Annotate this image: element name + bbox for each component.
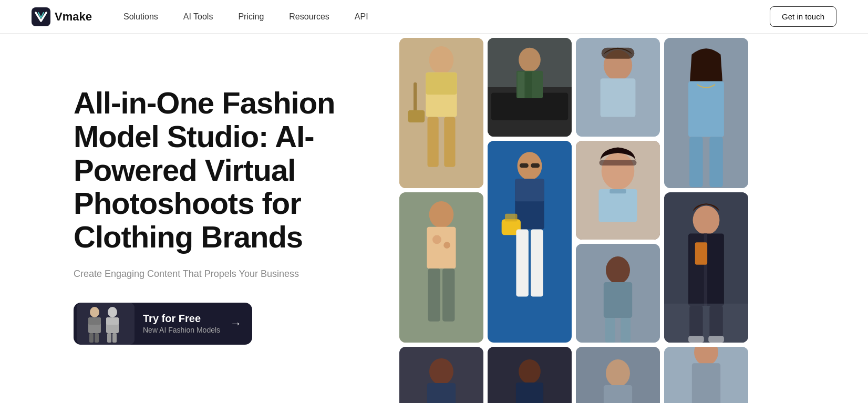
svg-rect-46	[505, 214, 517, 222]
svg-rect-42	[531, 163, 540, 168]
grid-photo-9	[576, 244, 660, 343]
svg-rect-44	[515, 179, 544, 202]
svg-rect-51	[516, 383, 543, 403]
svg-point-7	[108, 307, 117, 317]
svg-rect-77	[709, 137, 722, 187]
nav-resources[interactable]: Resources	[289, 12, 329, 22]
grid-photo-3	[399, 347, 483, 403]
svg-rect-4	[88, 317, 101, 325]
svg-rect-56	[601, 78, 636, 117]
grid-photo-12	[664, 192, 748, 343]
svg-rect-37	[518, 72, 524, 98]
grid-photo-11	[664, 38, 748, 188]
svg-rect-60	[599, 160, 636, 166]
grid-photo-7	[576, 38, 660, 137]
svg-point-2	[90, 307, 99, 317]
svg-rect-76	[689, 137, 702, 187]
svg-rect-26	[442, 268, 454, 322]
hero-subtitle: Create Engaging Content That Propels You…	[74, 268, 389, 280]
vmake-logo-icon	[32, 7, 50, 26]
svg-rect-6	[95, 333, 99, 343]
svg-rect-61	[598, 189, 637, 222]
grid-photo-4	[488, 38, 572, 137]
photo-grid	[395, 34, 868, 403]
nav-api[interactable]: API	[355, 12, 368, 22]
cta-secondary-label: New AI Fashion Models	[143, 326, 220, 334]
svg-rect-29	[427, 383, 456, 403]
svg-point-79	[693, 205, 720, 234]
grid-photo-6	[488, 347, 572, 403]
cta-models-image	[77, 303, 135, 345]
svg-point-64	[606, 256, 630, 284]
svg-rect-67	[621, 318, 631, 343]
logo-link[interactable]: Vmake	[32, 7, 92, 26]
svg-rect-19	[408, 110, 425, 122]
svg-rect-22	[427, 227, 456, 268]
svg-rect-17	[444, 117, 455, 167]
svg-rect-16	[428, 117, 439, 167]
cta-primary-label: Try for Free	[143, 313, 220, 325]
svg-rect-5	[89, 333, 94, 343]
svg-rect-10	[107, 333, 111, 343]
cta-arrow-icon: →	[230, 317, 242, 330]
grid-photo-10	[576, 347, 660, 403]
svg-rect-66	[605, 318, 615, 343]
grid-photo-8	[576, 141, 660, 240]
svg-rect-41	[520, 163, 529, 168]
grid-photo-13	[664, 347, 748, 403]
nav-pricing[interactable]: Pricing	[238, 12, 264, 22]
logo-text: Vmake	[55, 10, 92, 24]
hero-content: All-in-One Fashion Model Studio: AI-Powe…	[74, 34, 389, 347]
svg-point-23	[432, 235, 441, 244]
svg-rect-83	[695, 242, 707, 264]
svg-point-28	[429, 358, 453, 385]
svg-rect-9	[106, 317, 119, 325]
svg-rect-57	[602, 48, 635, 59]
svg-rect-47	[516, 230, 528, 297]
get-in-touch-button[interactable]: Get in touch	[770, 6, 836, 27]
svg-rect-91	[692, 363, 720, 403]
svg-point-24	[443, 242, 450, 249]
svg-rect-70	[604, 385, 632, 403]
svg-rect-1	[77, 303, 135, 345]
grid-photo-5	[488, 141, 572, 343]
hero-section: All-in-One Fashion Model Studio: AI-Powe…	[0, 34, 868, 403]
nav-ai-tools[interactable]: AI Tools	[183, 12, 213, 22]
svg-rect-38	[525, 72, 532, 98]
cta-image	[77, 303, 135, 345]
svg-point-50	[519, 359, 541, 384]
navbar: Vmake Solutions AI Tools Pricing Resourc…	[0, 0, 868, 34]
nav-links: Solutions AI Tools Pricing Resources API	[123, 12, 770, 22]
svg-rect-88	[664, 304, 748, 343]
svg-rect-62	[609, 189, 626, 193]
svg-rect-48	[531, 230, 543, 297]
svg-point-69	[606, 359, 630, 387]
grid-photo-2	[399, 192, 483, 343]
svg-rect-65	[604, 282, 632, 318]
svg-point-21	[429, 201, 454, 228]
grid-photo-1	[399, 38, 483, 188]
svg-rect-25	[428, 268, 440, 322]
svg-point-35	[519, 48, 541, 72]
svg-point-59	[602, 152, 635, 190]
nav-solutions[interactable]: Solutions	[123, 12, 158, 22]
try-for-free-button[interactable]: Try for Free New AI Fashion Models →	[74, 303, 252, 345]
svg-rect-75	[688, 81, 724, 137]
svg-rect-11	[112, 333, 117, 343]
cta-text: Try for Free New AI Fashion Models	[143, 313, 220, 334]
svg-point-13	[429, 46, 454, 74]
svg-rect-15	[426, 73, 457, 95]
hero-title: All-in-One Fashion Model Studio: AI-Powe…	[74, 86, 389, 254]
